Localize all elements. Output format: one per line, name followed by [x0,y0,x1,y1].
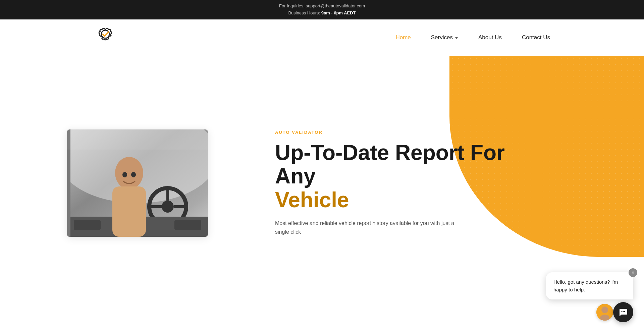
svg-point-23 [624,311,625,312]
chat-bubble: × Hello, got any questions? I'm happy to… [546,272,633,299]
hero-title-part2: Vehicle [275,188,349,212]
hours-text: Business Hours: 9am - 6pm AEDT [0,10,644,17]
inquiry-text: For Inquiries, support@theautovalidator.… [0,3,644,10]
chat-avatar [596,304,613,321]
services-dropdown-icon [455,37,458,39]
hero-label: AUTO VALIDATOR [275,130,510,135]
chat-widget: × Hello, got any questions? I'm happy to… [546,272,633,322]
hero-text-block: AUTO VALIDATOR Up-To-Date Report For Any… [275,130,510,236]
navigation: Home Services About Us Contact Us [395,34,550,41]
chat-open-button[interactable] [613,302,633,322]
svg-point-15 [131,172,136,177]
svg-rect-17 [67,129,208,150]
svg-rect-13 [112,186,146,237]
top-bar: For Inquiries, support@theautovalidator.… [0,0,644,19]
logo-icon [94,26,117,49]
svg-point-21 [622,311,623,312]
car-image [67,129,208,237]
chat-close-button[interactable]: × [629,268,637,277]
svg-rect-11 [174,220,201,230]
svg-point-5 [162,201,174,213]
agent-avatar-icon [596,304,613,321]
svg-point-19 [601,307,608,313]
nav-contact[interactable]: Contact Us [522,34,550,41]
chat-bubble-text: Hello, got any questions? I'm happy to h… [553,279,618,292]
svg-point-12 [115,157,143,189]
hero-title-part1: Up-To-Date Report For Any [275,141,505,188]
svg-point-22 [623,311,624,312]
svg-rect-10 [74,220,101,230]
hero-title: Up-To-Date Report For Any Vehicle [275,141,510,212]
nav-home[interactable]: Home [395,34,411,41]
chat-icon [618,307,628,317]
svg-point-14 [122,172,127,177]
logo[interactable] [94,26,117,49]
nav-services[interactable]: Services [431,34,458,41]
hero-subtitle: Most effective and reliable vehicle repo… [275,219,463,236]
nav-about[interactable]: About Us [478,34,502,41]
header: Home Services About Us Contact Us [0,19,644,56]
chat-avatar-row [596,302,633,322]
